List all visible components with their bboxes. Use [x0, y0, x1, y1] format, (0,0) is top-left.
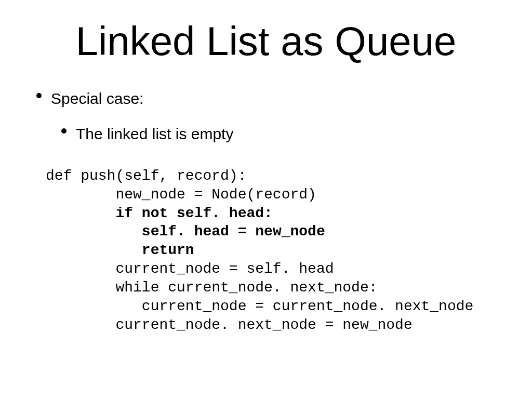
code-block: def push(self, record): new_node = Node(… — [46, 167, 532, 334]
bullet-list: Special case: The linked list is empty — [36, 90, 532, 143]
code-line: current_node. next_node = new_node — [46, 317, 413, 333]
bullet-text: The linked list is empty — [76, 125, 233, 143]
code-indent — [46, 223, 142, 240]
code-line: def push(self, record): — [46, 168, 246, 184]
code-indent — [46, 242, 142, 258]
code-line-bold: self. head = new_node — [142, 223, 325, 240]
bullet-level-1: Special case: — [36, 90, 532, 108]
bullet-dot-icon — [36, 93, 42, 98]
bullet-text: Special case: — [51, 90, 143, 108]
code-line: current_node = self. head — [46, 261, 334, 277]
bullet-level-2: The linked list is empty — [61, 125, 532, 143]
code-line: while current_node. next_node: — [46, 280, 378, 296]
code-line-bold: return — [142, 242, 194, 258]
code-line: current_node = current_node. next_node — [46, 298, 473, 314]
slide: Linked List as Queue Special case: The l… — [0, 0, 532, 399]
slide-title: Linked List as Queue — [0, 0, 532, 65]
code-indent — [46, 205, 115, 221]
bullet-dot-icon — [61, 128, 66, 134]
code-line: new_node = Node(record) — [46, 187, 316, 203]
code-line-bold: if not self. head: — [115, 205, 272, 221]
